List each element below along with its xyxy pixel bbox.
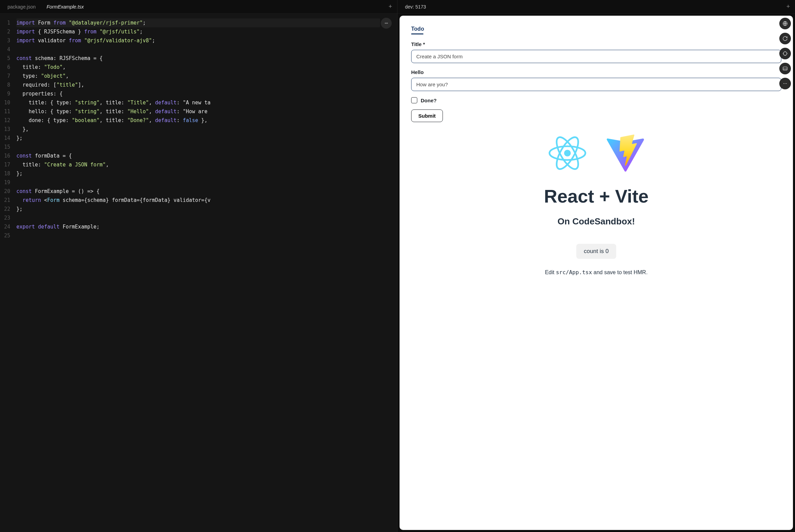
react-logo-icon: [549, 134, 586, 172]
tab-dev-server[interactable]: dev: 5173: [400, 0, 432, 13]
svg-point-7: [783, 83, 784, 84]
svg-point-5: [783, 52, 787, 56]
tab-form-example[interactable]: FormExample.tsx: [41, 0, 89, 13]
editor-tabbar: package.json FormExample.tsx +: [0, 0, 397, 14]
tab-package-json[interactable]: package.json: [2, 0, 41, 13]
done-label: Done?: [421, 98, 437, 103]
code-line[interactable]: };: [16, 169, 397, 178]
code-line[interactable]: [16, 45, 397, 54]
preview-tabbar: dev: 5173 +: [398, 0, 795, 14]
refresh-icon[interactable]: [779, 33, 791, 44]
code-line[interactable]: done: { type: "boolean", title: "Done?",…: [16, 116, 397, 125]
count-prefix: count is: [584, 248, 605, 254]
code-line[interactable]: const schema: RJSFSchema = {: [16, 54, 397, 63]
logos-row: [411, 134, 781, 172]
count-button[interactable]: count is 0: [576, 244, 616, 259]
svg-rect-6: [783, 67, 787, 70]
hello-label: Hello: [411, 69, 781, 75]
hmr-code: src/App.tsx: [556, 269, 592, 276]
done-checkbox[interactable]: [411, 97, 417, 103]
more-icon[interactable]: [779, 78, 791, 89]
field-title: Title *: [411, 41, 781, 63]
code-line[interactable]: import validator from "@rjsf/validator-a…: [16, 36, 397, 45]
add-tab-button[interactable]: +: [386, 2, 395, 12]
form-legend: Todo: [411, 26, 781, 32]
count-value: 0: [605, 248, 608, 254]
code-line[interactable]: type: "object",: [16, 72, 397, 80]
code-line[interactable]: const FormExample = () => {: [16, 187, 397, 196]
code-line[interactable]: [16, 213, 397, 222]
code-line[interactable]: [16, 178, 397, 187]
panel-icon[interactable]: [779, 63, 791, 74]
code-area[interactable]: import Form from "@datalayer/rjsf-primer…: [14, 14, 397, 532]
code-line[interactable]: title: { type: "string", title: "Title",…: [16, 98, 397, 107]
field-hello: Hello: [411, 69, 781, 91]
title-input[interactable]: [411, 50, 781, 63]
svg-point-9: [786, 83, 787, 84]
preview-pane: dev: 5173 + Todo Title * Hello Done? Sub…: [398, 0, 795, 532]
headline: React + Vite: [411, 186, 781, 207]
code-line[interactable]: const formData = {: [16, 151, 397, 160]
globe-icon[interactable]: [779, 18, 791, 29]
svg-point-8: [785, 83, 785, 84]
code-line[interactable]: };: [16, 205, 397, 213]
submit-button[interactable]: Submit: [411, 109, 443, 122]
line-gutter: 1234567891011121314151617181920212223242…: [0, 14, 14, 532]
vite-logo-icon: [607, 134, 644, 172]
code-line[interactable]: return <Form schema={schema} formData={f…: [16, 196, 397, 205]
hmr-hint: Edit src/App.tsx and save to test HMR.: [411, 269, 781, 276]
code-line[interactable]: import { RJSFSchema } from "@rjsf/utils"…: [16, 27, 397, 36]
code-line[interactable]: title: "Todo",: [16, 63, 397, 72]
code-line[interactable]: },: [16, 125, 397, 134]
hmr-prefix: Edit: [545, 269, 556, 275]
code-line[interactable]: export default FormExample;: [16, 222, 397, 231]
editor-pane: package.json FormExample.tsx + 123456789…: [0, 0, 398, 532]
code-line[interactable]: required: ["title"],: [16, 80, 397, 89]
code-line[interactable]: properties: {: [16, 89, 397, 98]
code-line[interactable]: import Form from "@datalayer/rjsf-primer…: [16, 18, 380, 27]
code-editor[interactable]: 1234567891011121314151617181920212223242…: [0, 14, 397, 532]
svg-point-0: [564, 150, 571, 157]
subhead: On CodeSandbox!: [411, 216, 781, 227]
field-done: Done?: [411, 97, 781, 103]
legend-underline: [411, 33, 423, 34]
code-line[interactable]: [16, 143, 397, 151]
code-line[interactable]: title: "Create a JSON form",: [16, 160, 397, 169]
preview-toolbar: [779, 18, 791, 89]
code-line[interactable]: hello: { type: "string", title: "Hello",…: [16, 107, 397, 116]
title-label: Title *: [411, 41, 781, 47]
add-preview-tab-button[interactable]: +: [783, 2, 793, 12]
hello-input[interactable]: [411, 78, 781, 91]
code-line[interactable]: [16, 231, 397, 240]
crosshair-icon[interactable]: [779, 48, 791, 59]
code-line[interactable]: };: [16, 134, 397, 143]
preview-frame: Todo Title * Hello Done? Submit: [400, 16, 793, 530]
hmr-suffix: and save to test HMR.: [592, 269, 648, 275]
editor-more-button[interactable]: ⋯: [381, 18, 392, 29]
